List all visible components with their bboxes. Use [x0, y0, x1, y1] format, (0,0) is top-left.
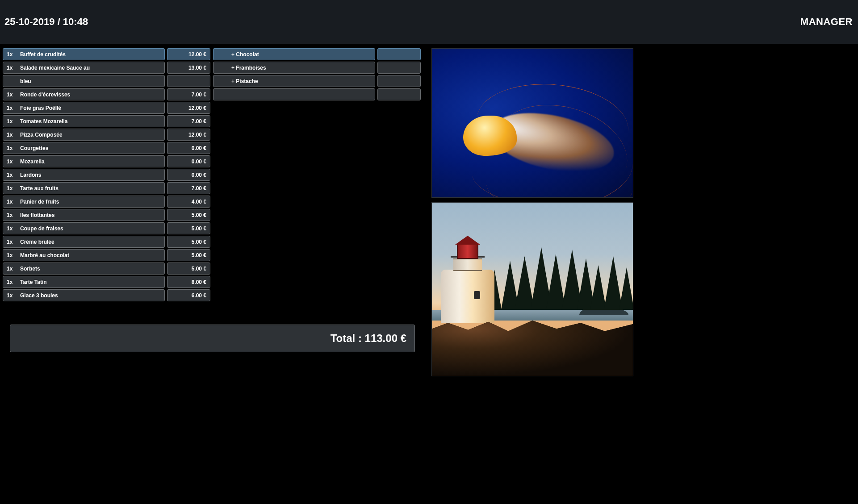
- option-name[interactable]: + Chocolat: [213, 48, 375, 60]
- order-item-label: bleu: [20, 78, 161, 84]
- order-item-label: Buffet de crudités: [20, 51, 161, 58]
- order-item-label: Salade mexicaine Sauce au: [20, 65, 161, 71]
- order-item-qty: 1x: [7, 199, 13, 205]
- order-row[interactable]: 1xCrème brulée5.00 €: [3, 236, 210, 248]
- order-item-price[interactable]: 0.00 €: [167, 142, 210, 154]
- order-item-qty: 1x: [7, 266, 13, 272]
- order-item-name[interactable]: 1xCourgettes: [3, 142, 165, 154]
- order-item-price[interactable]: 0.00 €: [167, 155, 210, 167]
- option-name[interactable]: + Framboises: [213, 62, 375, 74]
- order-item-qty: 1x: [7, 132, 13, 138]
- option-price[interactable]: [377, 48, 421, 60]
- order-item-name[interactable]: 1xRonde d'écrevisses: [3, 88, 165, 100]
- order-item-name[interactable]: 1xMarbré au chocolat: [3, 249, 165, 261]
- order-item-label: Pizza Composée: [20, 132, 161, 138]
- order-row[interactable]: 1xTarte aux fruits7.00 €: [3, 182, 210, 194]
- order-row[interactable]: 1xCourgettes0.00 €: [3, 142, 210, 154]
- order-item-price[interactable]: 6.00 €: [167, 289, 210, 301]
- order-item-qty: 1x: [7, 212, 13, 218]
- order-row[interactable]: 1xIles flottantes5.00 €: [3, 209, 210, 221]
- order-row[interactable]: 1xMozarella0.00 €: [3, 155, 210, 167]
- order-row[interactable]: 1xLardons0.00 €: [3, 169, 210, 181]
- order-row[interactable]: bleu: [3, 75, 210, 87]
- order-item-price[interactable]: 12.00 €: [167, 102, 210, 114]
- order-item-label: Mozarella: [20, 158, 161, 165]
- order-item-price[interactable]: 4.00 €: [167, 196, 210, 208]
- order-row[interactable]: 1xTarte Tatin8.00 €: [3, 276, 210, 288]
- order-item-name[interactable]: 1xCoupe de fraises: [3, 222, 165, 234]
- order-item-name[interactable]: 1xMozarella: [3, 155, 165, 167]
- topbar: 25-10-2019 / 10:48 MANAGER: [0, 0, 858, 44]
- order-row[interactable]: 1xSalade mexicaine Sauce au13.00 €: [3, 62, 210, 74]
- order-item-label: Panier de fruits: [20, 199, 161, 205]
- option-label: + Chocolat: [217, 51, 371, 58]
- order-row[interactable]: 1xGlace 3 boules6.00 €: [3, 289, 210, 301]
- option-row[interactable]: + Framboises: [213, 62, 421, 74]
- order-row[interactable]: 1xBuffet de crudités12.00 €: [3, 48, 210, 60]
- order-item-price[interactable]: 7.00 €: [167, 182, 210, 194]
- order-item-label: Marbré au chocolat: [20, 252, 161, 258]
- options-list: + Chocolat+ Framboises+ Pistache: [213, 48, 421, 102]
- order-item-name[interactable]: 1xTarte aux fruits: [3, 182, 165, 194]
- order-item-name[interactable]: 1xTomates Mozarella: [3, 115, 165, 127]
- option-label: + Pistache: [217, 78, 371, 84]
- option-name[interactable]: + Pistache: [213, 75, 375, 87]
- order-item-price[interactable]: 5.00 €: [167, 249, 210, 261]
- order-row[interactable]: 1xPanier de fruits4.00 €: [3, 196, 210, 208]
- order-item-label: Courgettes: [20, 145, 161, 151]
- order-item-name[interactable]: 1xPizza Composée: [3, 129, 165, 141]
- order-item-price[interactable]: 5.00 €: [167, 222, 210, 234]
- image-panel: [423, 48, 855, 376]
- option-price[interactable]: [377, 88, 421, 100]
- order-row[interactable]: 1xCoupe de fraises5.00 €: [3, 222, 210, 234]
- order-item-name[interactable]: 1xCrème brulée: [3, 236, 165, 248]
- order-item-price[interactable]: [167, 75, 210, 87]
- order-item-name[interactable]: 1xBuffet de crudités: [3, 48, 165, 60]
- order-item-name[interactable]: 1xGlace 3 boules: [3, 289, 165, 301]
- order-item-label: Sorbets: [20, 266, 161, 272]
- order-item-price[interactable]: 5.00 €: [167, 262, 210, 275]
- order-item-qty: 1x: [7, 292, 13, 299]
- option-row[interactable]: [213, 88, 421, 100]
- order-item-price[interactable]: 7.00 €: [167, 88, 210, 100]
- option-price[interactable]: [377, 75, 421, 87]
- order-item-label: Ronde d'écrevisses: [20, 92, 161, 98]
- order-item-price[interactable]: 7.00 €: [167, 115, 210, 127]
- product-image-1: [431, 48, 633, 198]
- order-row[interactable]: 1xRonde d'écrevisses7.00 €: [3, 88, 210, 100]
- order-item-qty: 1x: [7, 118, 13, 125]
- order-item-name[interactable]: 1xLardons: [3, 169, 165, 181]
- order-item-price[interactable]: 5.00 €: [167, 209, 210, 221]
- order-item-qty: 1x: [7, 225, 13, 232]
- option-row[interactable]: + Pistache: [213, 75, 421, 87]
- order-row[interactable]: 1xMarbré au chocolat5.00 €: [3, 249, 210, 261]
- option-name[interactable]: [213, 88, 375, 100]
- role-label: MANAGER: [800, 16, 853, 28]
- order-item-name[interactable]: 1xSalade mexicaine Sauce au: [3, 62, 165, 74]
- option-price[interactable]: [377, 62, 421, 74]
- order-list: 1xBuffet de crudités12.00 €1xSalade mexi…: [3, 48, 210, 303]
- order-item-name[interactable]: 1xIles flottantes: [3, 209, 165, 221]
- option-row[interactable]: + Chocolat: [213, 48, 421, 60]
- order-item-name[interactable]: bleu: [3, 75, 165, 87]
- order-row[interactable]: 1xTomates Mozarella7.00 €: [3, 115, 210, 127]
- order-item-price[interactable]: 5.00 €: [167, 236, 210, 248]
- order-item-label: Crème brulée: [20, 239, 161, 245]
- order-item-price[interactable]: 12.00 €: [167, 129, 210, 141]
- order-row[interactable]: 1xPizza Composée12.00 €: [3, 129, 210, 141]
- order-item-name[interactable]: 1xFoie gras Poëllé: [3, 102, 165, 114]
- order-item-qty: 1x: [7, 92, 13, 98]
- order-item-name[interactable]: 1xTarte Tatin: [3, 276, 165, 288]
- order-item-qty: 1x: [7, 65, 13, 71]
- order-item-name[interactable]: 1xSorbets: [3, 262, 165, 275]
- order-item-price[interactable]: 13.00 €: [167, 62, 210, 74]
- order-row[interactable]: 1xFoie gras Poëllé12.00 €: [3, 102, 210, 114]
- order-item-price[interactable]: 0.00 €: [167, 169, 210, 181]
- order-item-label: Iles flottantes: [20, 212, 161, 218]
- order-item-qty: 1x: [7, 105, 13, 111]
- order-item-qty: 1x: [7, 51, 13, 58]
- order-item-price[interactable]: 12.00 €: [167, 48, 210, 60]
- order-item-name[interactable]: 1xPanier de fruits: [3, 196, 165, 208]
- order-item-price[interactable]: 8.00 €: [167, 276, 210, 288]
- order-row[interactable]: 1xSorbets5.00 €: [3, 262, 210, 275]
